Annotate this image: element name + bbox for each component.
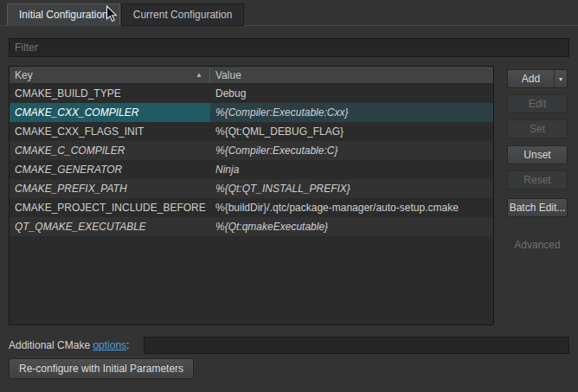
- add-button[interactable]: Add ▾: [507, 69, 568, 88]
- add-button-label: Add: [508, 73, 554, 85]
- mouse-cursor: [106, 5, 119, 23]
- value-cell[interactable]: Debug: [210, 84, 493, 103]
- key-cell[interactable]: CMAKE_PROJECT_INCLUDE_BEFORE: [10, 198, 210, 217]
- key-cell[interactable]: CMAKE_PREFIX_PATH: [10, 179, 210, 198]
- table-body: CMAKE_BUILD_TYPE Debug CMAKE_CXX_COMPILE…: [10, 84, 493, 236]
- row-cmake-c-compiler[interactable]: CMAKE_C_COMPILER %{Compiler:Executable:C…: [10, 141, 493, 160]
- reconfigure-button[interactable]: Re-configure with Initial Parameters: [9, 358, 194, 379]
- key-cell[interactable]: CMAKE_CXX_COMPILER: [10, 103, 210, 122]
- key-cell[interactable]: CMAKE_BUILD_TYPE: [10, 84, 210, 103]
- row-cmake-prefix-path[interactable]: CMAKE_PREFIX_PATH %{Qt:QT_INSTALL_PREFIX…: [10, 179, 493, 198]
- value-cell[interactable]: %{buildDir}/.qtc/package-manager/auto-se…: [210, 198, 493, 217]
- reset-button[interactable]: Reset: [507, 170, 568, 190]
- additional-options-row: Additional CMake options:: [9, 336, 569, 355]
- cmake-configuration-panel: Initial Configuration Current Configurat…: [0, 0, 578, 392]
- tab-current-configuration[interactable]: Current Configuration: [121, 3, 245, 26]
- edit-button[interactable]: Edit: [507, 94, 568, 113]
- value-cell[interactable]: %{Qt:qmakeExecutable}: [210, 217, 493, 236]
- value-cell[interactable]: %{Compiler:Executable:C}: [210, 141, 493, 160]
- action-button-column: Add ▾ Edit Set Unset Reset Batch Edit...…: [507, 0, 568, 392]
- key-cell[interactable]: QT_QMAKE_EXECUTABLE: [10, 217, 210, 236]
- sort-ascending-icon: ▲: [196, 71, 204, 79]
- tab-bar: Initial Configuration Current Configurat…: [7, 3, 244, 26]
- table-header: Key ▲ Value: [10, 67, 493, 84]
- column-header-value-label: Value: [215, 69, 241, 81]
- dropdown-arrow-icon: ▾: [554, 70, 567, 87]
- additional-cmake-options-input[interactable]: [144, 337, 569, 354]
- advanced-checkbox[interactable]: Advanced: [507, 239, 568, 251]
- tab-label: Initial Configuration: [19, 9, 108, 21]
- configuration-table: Key ▲ Value CMAKE_BUILD_TYPE Debug CMAKE…: [9, 66, 494, 325]
- row-cmake-generator[interactable]: CMAKE_GENERATOR Ninja: [10, 160, 493, 179]
- options-link[interactable]: options: [93, 339, 126, 351]
- row-cmake-cxx-compiler[interactable]: CMAKE_CXX_COMPILER %{Compiler:Executable…: [10, 103, 493, 122]
- tab-initial-configuration[interactable]: Initial Configuration: [7, 3, 120, 26]
- options-label-prefix: Additional CMake: [9, 339, 93, 351]
- unset-button[interactable]: Unset: [507, 145, 568, 164]
- tab-label: Current Configuration: [133, 9, 233, 21]
- value-cell[interactable]: %{Qt:QML_DEBUG_FLAG}: [210, 122, 493, 141]
- row-cmake-build-type[interactable]: CMAKE_BUILD_TYPE Debug: [10, 84, 493, 103]
- value-cell[interactable]: %{Qt:QT_INSTALL_PREFIX}: [210, 179, 493, 198]
- options-label-suffix: :: [126, 339, 129, 351]
- row-cmake-cxx-flags-init[interactable]: CMAKE_CXX_FLAGS_INIT %{Qt:QML_DEBUG_FLAG…: [10, 122, 493, 141]
- additional-options-label: Additional CMake options:: [9, 339, 129, 351]
- column-header-value[interactable]: Value: [210, 67, 493, 83]
- row-qt-qmake-executable[interactable]: QT_QMAKE_EXECUTABLE %{Qt:qmakeExecutable…: [10, 217, 493, 236]
- value-cell[interactable]: %{Compiler:Executable:Cxx}: [210, 103, 493, 122]
- set-button[interactable]: Set: [507, 119, 568, 138]
- row-cmake-project-include-before[interactable]: CMAKE_PROJECT_INCLUDE_BEFORE %{buildDir}…: [10, 198, 493, 217]
- filter-input[interactable]: [9, 38, 569, 57]
- column-header-key[interactable]: Key ▲: [10, 67, 210, 83]
- batch-edit-button[interactable]: Batch Edit...: [507, 198, 568, 217]
- column-header-key-label: Key: [15, 69, 33, 81]
- key-cell[interactable]: CMAKE_C_COMPILER: [10, 141, 210, 160]
- key-cell[interactable]: CMAKE_GENERATOR: [10, 160, 210, 179]
- value-cell[interactable]: Ninja: [210, 160, 493, 179]
- key-cell[interactable]: CMAKE_CXX_FLAGS_INIT: [10, 122, 210, 141]
